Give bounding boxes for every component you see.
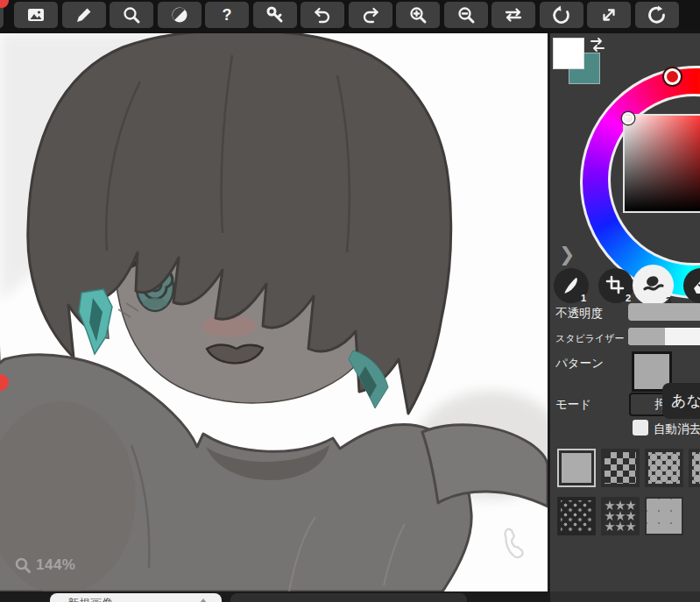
zoom-level-value: 144%: [36, 556, 75, 574]
expand-button[interactable]: [587, 2, 631, 28]
pencil-icon: [74, 4, 95, 25]
brush-icon: [560, 274, 583, 297]
saturation-value-cursor[interactable]: [622, 112, 634, 124]
chat-popup: あな: [662, 383, 700, 419]
canvas-viewport[interactable]: 144%: [0, 33, 548, 591]
stabilizer-label: スタビライザー: [555, 332, 625, 345]
swap-horizontal-icon: [503, 4, 524, 25]
hue-cursor[interactable]: [664, 68, 681, 85]
search-icon: [121, 4, 142, 25]
rotate-ccw-icon: [551, 4, 572, 25]
pattern-swatch-dots-clipped[interactable]: [689, 449, 700, 487]
auto-erase-checkbox[interactable]: [633, 420, 648, 436]
pencil-button[interactable]: [62, 2, 106, 28]
rotate-ccw-button[interactable]: [540, 2, 583, 28]
key-button[interactable]: [253, 2, 297, 28]
redo-icon: [360, 4, 381, 25]
rotate-cw-icon: [647, 4, 668, 25]
tool-paint-selected[interactable]: 3: [633, 265, 674, 306]
tab-caret-icon[interactable]: [199, 598, 208, 602]
pattern-swatch-blobs[interactable]: [645, 497, 683, 535]
stabilizer-slider[interactable]: [628, 328, 700, 345]
canvas-artwork: [0, 33, 548, 591]
zoom-out-icon: [456, 4, 477, 25]
pattern-swatch-sparse-dots[interactable]: [557, 497, 596, 535]
pattern-swatch-solid[interactable]: [557, 449, 596, 487]
tool-crop[interactable]: 2: [598, 268, 633, 303]
search-button[interactable]: [110, 2, 153, 28]
undo-button[interactable]: [301, 2, 344, 28]
zoom-in-icon: [407, 4, 428, 25]
crop-icon: [605, 275, 626, 296]
canvas-tab-inactive[interactable]: [230, 593, 467, 602]
paint-icon: [640, 273, 667, 299]
undo-icon: [312, 4, 333, 25]
tab-bar-panel-part: [550, 591, 700, 602]
zoom-in-button[interactable]: [396, 2, 440, 28]
eraser-icon: [690, 275, 700, 296]
right-panel: ❯ 1 2 3 不透明度 スタビライザー パターン モード 押 あな: [550, 33, 700, 591]
pattern-swatch-stars[interactable]: [601, 497, 640, 535]
swap-colors-icon[interactable]: [589, 36, 606, 53]
svg-text:?: ?: [223, 6, 232, 24]
collapse-panel-chevron[interactable]: ❯: [559, 244, 575, 266]
tool-brush[interactable]: 1: [554, 268, 589, 303]
swap-button[interactable]: [491, 2, 535, 28]
chat-popup-text: あな: [671, 393, 700, 409]
image-icon: [25, 4, 46, 25]
contrast-icon: [169, 4, 190, 25]
pattern-swatch-dots[interactable]: [645, 449, 683, 487]
opacity-label: 不透明度: [555, 306, 603, 322]
expand-icon: [598, 4, 619, 25]
help-icon: ?: [216, 4, 237, 25]
key-icon: [265, 4, 286, 25]
canvas-tab-active[interactable]: 新規画像: [50, 593, 222, 602]
pattern-swatch-checker[interactable]: [601, 449, 640, 487]
pattern-label: パターン: [555, 356, 604, 372]
auto-erase-label: 自動消去: [654, 421, 700, 437]
opacity-slider[interactable]: [628, 303, 700, 321]
toolbar: ?: [0, 0, 700, 29]
zoom-out-button[interactable]: [444, 2, 488, 28]
image-button[interactable]: [14, 2, 58, 28]
canvas-tab-label: 新規画像: [67, 596, 113, 602]
notification-dot: [0, 0, 9, 8]
zoom-magnifier-icon: [14, 556, 32, 574]
saturation-value-square[interactable]: [623, 114, 700, 213]
tab-bar: 新規画像: [0, 591, 700, 602]
contrast-button[interactable]: [158, 2, 202, 28]
zoom-indicator: 144%: [14, 556, 75, 574]
tool-badge: 1: [581, 293, 586, 303]
mode-label: モード: [555, 397, 591, 413]
rotate-cw-button[interactable]: [635, 2, 679, 28]
foreground-color-swatch[interactable]: [553, 38, 584, 69]
tool-badge: 2: [626, 293, 631, 303]
help-button[interactable]: ?: [205, 2, 249, 28]
redo-button[interactable]: [349, 2, 392, 28]
